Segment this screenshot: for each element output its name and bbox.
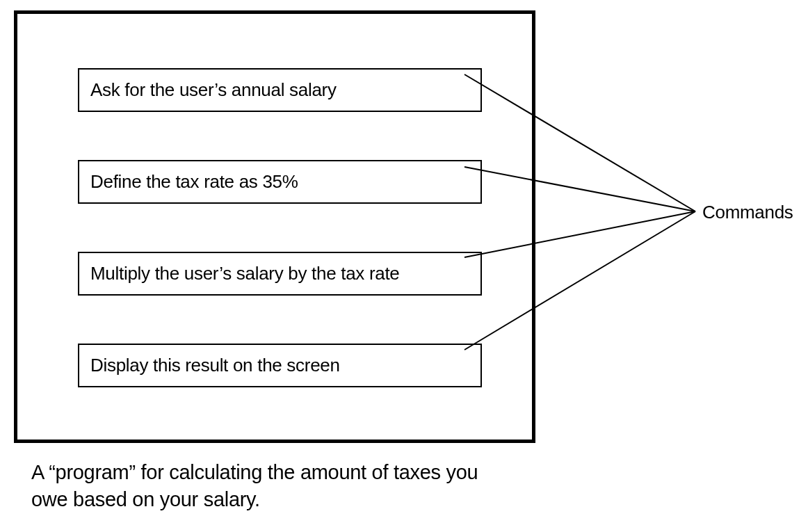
command-step-4: Display this result on the screen — [78, 344, 482, 387]
program-container-box: Ask for the user’s annual salary Define … — [14, 10, 535, 443]
diagram-caption: A “program” for calculating the amount o… — [31, 459, 518, 513]
command-step-3: Multiply the user’s salary by the tax ra… — [78, 252, 482, 296]
program-commands-diagram: Ask for the user’s annual salary Define … — [0, 0, 808, 532]
command-step-4-text: Display this result on the screen — [90, 355, 340, 376]
command-step-2-text: Define the tax rate as 35% — [90, 171, 298, 192]
command-step-3-text: Multiply the user’s salary by the tax ra… — [90, 263, 400, 284]
command-step-1: Ask for the user’s annual salary — [78, 68, 482, 112]
command-step-2: Define the tax rate as 35% — [78, 160, 482, 204]
command-step-1-text: Ask for the user’s annual salary — [90, 79, 337, 100]
commands-label: Commands — [702, 202, 793, 223]
